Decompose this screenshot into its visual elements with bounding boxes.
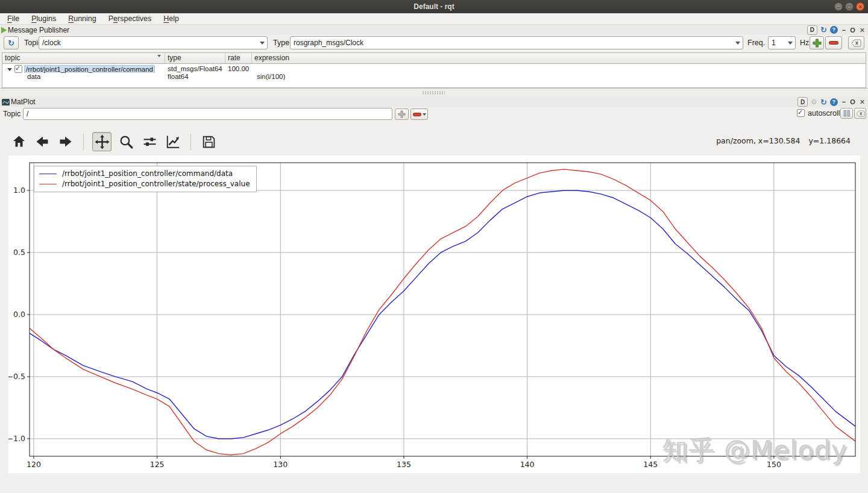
plot-topic-input[interactable] — [24, 110, 392, 118]
menu-item-help[interactable]: Help — [157, 13, 185, 24]
pause-plot-button[interactable] — [840, 108, 853, 119]
forward-button[interactable] — [57, 133, 75, 151]
help-icon[interactable]: ? — [830, 98, 838, 106]
matplot-plugin-icon — [2, 99, 10, 105]
edit-axis-button[interactable] — [164, 133, 182, 151]
plot-topic-field[interactable] — [23, 108, 392, 120]
column-header-expression[interactable]: expression — [252, 53, 866, 63]
legend-entry: /rrbot/joint1_position_controller/comman… — [39, 169, 250, 178]
table-header[interactable]: topic type rate expression — [2, 53, 866, 64]
dock-settings-button[interactable]: D — [797, 97, 808, 107]
toolbar-separator — [190, 134, 191, 150]
dock-settings-button[interactable]: D — [807, 25, 817, 35]
cursor-status: pan/zoom, x=130.584y=1.18664 — [708, 136, 851, 145]
menu-item-running[interactable]: Running — [62, 13, 102, 24]
close-window-button[interactable]: ✕ — [856, 2, 864, 11]
chevron-down-icon[interactable] — [733, 37, 743, 49]
publisher-type-combobox[interactable] — [290, 36, 743, 49]
hz-label: Hz — [800, 39, 809, 47]
chevron-down-icon[interactable] — [785, 37, 795, 49]
plot-canvas[interactable]: 120125130135140145150−1.0−0.50.00.51.0 /… — [8, 155, 860, 473]
publisher-topic-combobox[interactable] — [39, 36, 268, 49]
sliders-icon — [142, 134, 157, 149]
column-header-type[interactable]: type — [165, 53, 225, 63]
plot-toolbar: pan/zoom, x=130.584y=1.18664 — [0, 129, 868, 154]
status-mode-x: pan/zoom, x=130.584 — [716, 136, 800, 145]
legend-line-swatch — [39, 184, 57, 184]
svg-text:145: 145 — [643, 460, 658, 469]
remove-publisher-button[interactable] — [825, 36, 842, 49]
minus-icon — [413, 113, 421, 116]
maximize-window-button[interactable]: ▢ — [845, 2, 854, 11]
type-label: Type — [273, 39, 289, 47]
menu-item-file[interactable]: File — [1, 13, 25, 24]
arrow-right-icon — [58, 134, 73, 149]
freq-label: Freq. — [747, 39, 765, 47]
clear-plot-button[interactable] — [854, 108, 866, 119]
refresh-topic-button[interactable]: ↻ — [4, 36, 19, 49]
svg-text:135: 135 — [397, 460, 411, 469]
legend-entry: /rrbot/joint1_position_controller/state/… — [39, 179, 250, 189]
panel-splitter[interactable] — [0, 88, 868, 97]
remove-topic-button[interactable] — [410, 108, 428, 120]
plus-icon — [813, 39, 822, 48]
window-title: Default - rqt — [0, 0, 868, 13]
gear-icon[interactable]: ⚙ — [811, 98, 817, 105]
menu-item-perspectives[interactable]: Perspectives — [102, 13, 158, 24]
minimize-window-button[interactable]: – — [834, 2, 843, 11]
autoscroll-checkbox[interactable] — [797, 109, 805, 117]
add-topic-button[interactable] — [395, 108, 409, 120]
column-header-topic[interactable]: topic — [2, 53, 165, 63]
splitter-handle-icon[interactable] — [422, 91, 445, 95]
home-button[interactable] — [10, 133, 28, 151]
dock-close-icon[interactable]: ✕ — [860, 98, 865, 105]
table-row[interactable]: /rrbot/joint1_position_controller/comman… — [2, 65, 866, 73]
dock-minimize-icon[interactable]: − — [842, 27, 846, 34]
plot-area[interactable]: 120125130135140145150−1.0−0.50.00.51.0 — [8, 155, 860, 473]
rate-cell — [225, 73, 252, 81]
zoom-button[interactable] — [117, 133, 135, 151]
arrow-left-icon — [35, 134, 49, 149]
dock-close-icon[interactable]: ✕ — [860, 27, 865, 34]
rate-cell: 100.00 — [225, 65, 252, 73]
configure-subplots-button[interactable] — [140, 133, 159, 151]
publisher-topic-input[interactable] — [39, 39, 257, 47]
expression-cell — [252, 65, 866, 73]
backspace-icon — [851, 39, 861, 47]
legend-label: /rrbot/joint1_position_controller/comman… — [62, 169, 233, 178]
refresh-icon: ↻ — [8, 39, 14, 47]
message-publisher-title: Message Publisher — [8, 26, 69, 34]
sort-indicator-icon — [157, 57, 161, 66]
plot-legend: /rrbot/joint1_position_controller/comman… — [34, 166, 257, 192]
publisher-controls: ↻ Topic Type Freq. Hz — [0, 35, 868, 52]
magnifier-icon — [119, 134, 134, 149]
rqt-window: Default - rqt – ▢ ✕ FilePluginsRunningPe… — [0, 0, 868, 493]
chevron-down-icon[interactable] — [257, 37, 267, 49]
matplot-title: MatPlot — [11, 98, 36, 106]
clear-all-button[interactable] — [848, 36, 864, 49]
svg-text:0.5: 0.5 — [13, 248, 25, 257]
topic-cell: data — [2, 73, 165, 81]
help-icon[interactable]: ? — [830, 26, 838, 34]
backspace-icon — [856, 110, 865, 117]
back-button[interactable] — [33, 133, 51, 151]
save-button[interactable] — [200, 133, 218, 151]
publish-checkbox[interactable] — [14, 65, 22, 73]
topic-cell: /rrbot/joint1_position_controller/comman… — [24, 65, 155, 73]
column-header-rate[interactable]: rate — [225, 53, 252, 63]
menu-item-plugins[interactable]: Plugins — [25, 13, 62, 24]
dock-float-icon[interactable]: O — [850, 27, 855, 34]
add-publisher-button[interactable] — [810, 36, 824, 49]
pan-button[interactable] — [92, 132, 112, 151]
table-row[interactable]: data float64 sin(i/100) — [2, 73, 866, 81]
freq-combobox[interactable] — [768, 36, 796, 49]
reload-plugin-icon[interactable]: ↻ — [820, 26, 827, 34]
expand-triangle-icon[interactable] — [7, 68, 12, 71]
freq-input[interactable] — [769, 39, 785, 47]
svg-text:150: 150 — [767, 460, 781, 469]
publisher-type-input[interactable] — [291, 39, 733, 47]
reload-plugin-icon[interactable]: ↻ — [820, 98, 827, 106]
dock-minimize-icon[interactable]: − — [842, 98, 846, 105]
dock-float-icon[interactable]: O — [850, 98, 855, 105]
message-publisher-header: Message Publisher D ↻ ? − O ✕ — [0, 25, 868, 35]
